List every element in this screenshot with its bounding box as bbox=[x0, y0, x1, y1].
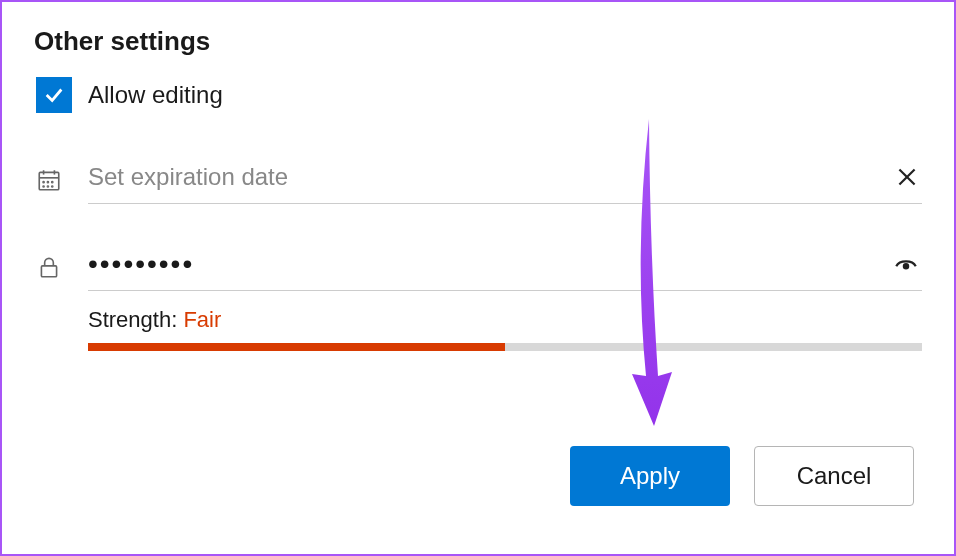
svg-rect-12 bbox=[41, 265, 56, 276]
svg-point-6 bbox=[52, 181, 53, 182]
allow-editing-checkbox[interactable] bbox=[36, 77, 72, 113]
strength-bar bbox=[88, 343, 922, 351]
svg-point-13 bbox=[904, 264, 908, 268]
expiration-date-input[interactable] bbox=[88, 163, 891, 191]
password-row: ••••••••• bbox=[34, 242, 922, 291]
strength-value: Fair bbox=[183, 307, 221, 332]
eye-icon bbox=[893, 251, 919, 277]
allow-editing-label: Allow editing bbox=[88, 81, 223, 109]
button-row: Apply Cancel bbox=[570, 446, 914, 506]
svg-point-4 bbox=[43, 181, 44, 182]
lock-icon bbox=[34, 254, 64, 280]
calendar-icon bbox=[34, 167, 64, 193]
strength-label: Strength: bbox=[88, 307, 183, 332]
checkmark-icon bbox=[43, 84, 65, 106]
password-input[interactable]: ••••••••• bbox=[88, 250, 194, 278]
allow-editing-row: Allow editing bbox=[34, 77, 922, 113]
close-icon bbox=[894, 164, 920, 190]
expiration-row bbox=[34, 155, 922, 204]
svg-point-7 bbox=[43, 185, 44, 186]
strength-fill bbox=[88, 343, 505, 351]
svg-point-9 bbox=[52, 185, 53, 186]
reveal-password-button[interactable] bbox=[890, 248, 922, 280]
cancel-button[interactable]: Cancel bbox=[754, 446, 914, 506]
clear-expiration-button[interactable] bbox=[891, 161, 922, 193]
svg-point-8 bbox=[47, 185, 48, 186]
apply-button[interactable]: Apply bbox=[570, 446, 730, 506]
password-strength-block: Strength: Fair bbox=[88, 307, 922, 351]
svg-point-5 bbox=[47, 181, 48, 182]
section-title: Other settings bbox=[34, 26, 922, 57]
